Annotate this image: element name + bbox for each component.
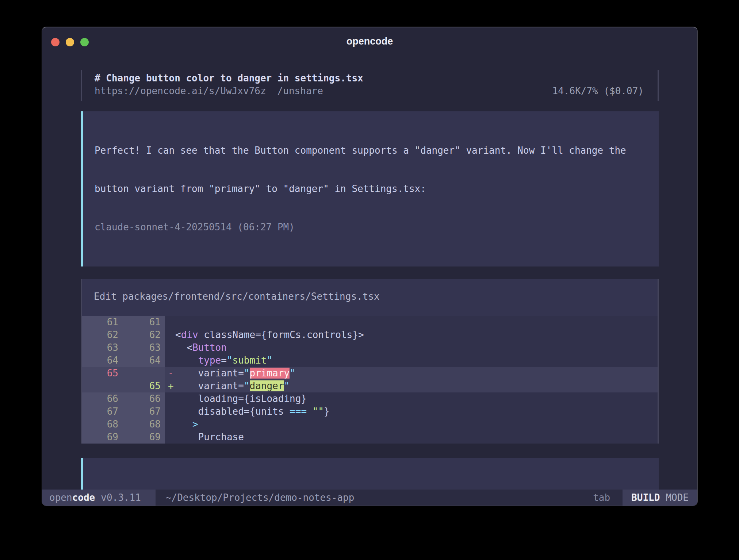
new-line-number: 63 (123, 341, 165, 354)
app-version: v0.3.11 (101, 491, 141, 504)
diff-row: 65+ variant="danger" (82, 380, 658, 392)
code-line: <Button (165, 341, 658, 354)
diff-rows: 61616262<div className={formCs.controls}… (82, 316, 658, 444)
diff-row: 6969 Purchase (82, 431, 658, 444)
code-line: type="submit" (165, 354, 658, 367)
old-line-number: 66 (82, 392, 123, 405)
mode-label: MODE (666, 491, 689, 504)
old-line-number: 69 (82, 431, 123, 444)
titlebar: opencode (42, 27, 697, 55)
old-line-number: 64 (82, 354, 123, 367)
code-line: - variant="primary" (165, 367, 658, 380)
mode-name: BUILD (631, 491, 660, 504)
old-line-number: 67 (82, 405, 123, 418)
session-title: # Change button color to danger in setti… (95, 72, 644, 85)
diff-row: 6868 > (82, 418, 658, 431)
edit-file-path: Edit packages/frontend/src/containers/Se… (82, 290, 658, 303)
old-line-number: 68 (82, 418, 123, 431)
session-url-row: https://opencode.ai/s/UwJxv76z /unshare … (95, 85, 644, 97)
token-usage: 14.6K/7% ($0.07) (552, 85, 644, 97)
opencode-window: opencode # Change button color to danger… (42, 27, 698, 506)
spacer (323, 85, 552, 97)
old-line-number: 65 (82, 367, 123, 380)
working-directory: ~/Desktop/Projects/demo-notes-app (166, 490, 355, 506)
session-header: # Change button color to danger in setti… (81, 70, 659, 101)
code-line: disabled={units === ""} (165, 405, 658, 418)
diff-row: 6161 (82, 316, 658, 329)
code-line: <div className={formCs.controls}> (165, 329, 658, 341)
code-line: + variant="danger" (165, 380, 658, 392)
status-bar: opencode v0.3.11 ~/Desktop/Projects/demo… (42, 490, 697, 506)
code-line: loading={isLoading} (165, 392, 658, 405)
new-line-number: 69 (123, 431, 165, 444)
message-line: button variant from "primary" to "danger… (95, 183, 651, 195)
message-meta: claude-sonnet-4-20250514 (06:27 PM) (95, 221, 651, 234)
diff-row: 6464 type="submit" (82, 354, 658, 367)
edit-tool-block: Edit packages/frontend/src/containers/Se… (81, 279, 659, 444)
code-line (165, 316, 658, 329)
brand-open: open (49, 491, 72, 504)
diff-row: 6767 disabled={units === ""} (82, 405, 658, 418)
diff-row: 6262<div className={formCs.controls}> (82, 329, 658, 341)
new-line-number: 65 (123, 380, 165, 392)
old-line-number: 62 (82, 329, 123, 341)
diff-row: 65- variant="primary" (82, 367, 658, 380)
window-title: opencode (42, 35, 697, 48)
old-line-number: 61 (82, 316, 123, 329)
tab-key-hint: tab (593, 490, 610, 506)
message-line: Perfect! I can see that the Button compo… (95, 144, 651, 157)
new-line-number: 61 (123, 316, 165, 329)
mode-chip: BUILD MODE (623, 490, 697, 506)
new-line-number: 67 (123, 405, 165, 418)
app-version-chip: opencode v0.3.11 (42, 490, 156, 506)
share-url-link[interactable]: https://opencode.ai/s/UwJxv76z (95, 85, 266, 97)
new-line-number: 62 (123, 329, 165, 341)
diff-row: 6666 loading={isLoading} (82, 392, 658, 405)
new-line-number: 66 (123, 392, 165, 405)
spacer (354, 490, 593, 506)
new-line-number: 64 (123, 354, 165, 367)
old-line-number: 63 (82, 341, 123, 354)
new-line-number: 68 (123, 418, 165, 431)
code-line: Purchase (165, 431, 658, 444)
assistant-message-1: Perfect! I can see that the Button compo… (81, 111, 659, 266)
code-line: > (165, 418, 658, 431)
unshare-command: /unshare (277, 85, 323, 97)
brand-code: code (72, 491, 95, 504)
new-line-number (123, 367, 165, 380)
old-line-number (82, 380, 123, 392)
main-content: # Change button color to danger in setti… (42, 70, 697, 506)
diff-row: 6363 <Button (82, 341, 658, 354)
